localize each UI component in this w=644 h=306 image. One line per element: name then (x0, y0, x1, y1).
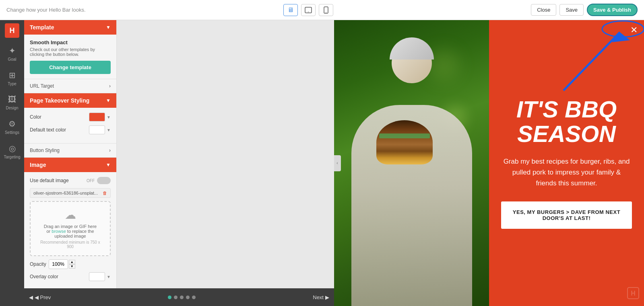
template-chevron-icon: ▼ (106, 25, 111, 30)
left-panel-wrapper: Template ▼ Smooth Impact Check out our o… (24, 20, 334, 306)
opacity-increment-btn[interactable]: ▲ (69, 260, 75, 264)
color-label: Color (30, 114, 41, 120)
bottom-nav: ◀ ◀ Prev Next ▶ (24, 288, 334, 306)
overlay-color-label: Overlay color (30, 274, 58, 279)
popup-title: IT'S BBQ SEASON (501, 97, 632, 146)
hands-area (376, 120, 441, 173)
template-section-header[interactable]: Template ▼ (24, 20, 116, 35)
upload-text: Drag an image or GIF here or browse to r… (37, 224, 103, 238)
dot-5[interactable] (192, 296, 196, 299)
lettuce-layer (379, 133, 430, 138)
topbar-actions: Close Save Save & Publish (531, 4, 638, 16)
drag-text: Drag an image or GIF here (44, 224, 97, 229)
collapse-chevron-icon: ‹ (336, 161, 338, 165)
svg-text:H: H (631, 290, 636, 297)
toggle-container: OFF (87, 177, 111, 184)
use-default-image-toggle[interactable] (97, 177, 111, 184)
sidebar-icons: H ✦ Goal ⊞ Type 🖼 Design ⚙ Settings ◎ Ta… (0, 20, 24, 306)
popup-preview: ✕ IT'S BBQ SEASON Grab my best recipes f… (334, 20, 644, 306)
popup-cta-button[interactable]: YES, MY BURGERS > DAVE FROM NEXT DOOR'S … (501, 201, 632, 229)
color-field-row: Color ▼ (30, 113, 111, 121)
image-upload-area[interactable]: ☁ Drag an image or GIF here or browse to… (30, 201, 111, 256)
color-swatch[interactable] (89, 113, 105, 121)
page-takeover-label: Page Takeover Styling (30, 97, 89, 104)
device-switcher: 🖥 (283, 4, 333, 16)
button-styling-row[interactable]: Button Styling › (24, 143, 116, 158)
recommended-size-text: Recommended minimum is 750 x 900 (37, 240, 103, 249)
close-button[interactable]: Close (531, 4, 556, 16)
file-name-label: oliver-sjostrom-636186-unsplat... (33, 191, 98, 195)
design-icon: 🖼 (8, 95, 16, 104)
save-button[interactable]: Save (559, 4, 584, 16)
tablet-device-btn[interactable] (301, 4, 316, 16)
sidebar-item-design[interactable]: 🖼 Design (1, 91, 23, 114)
opacity-label: Opacity (30, 261, 46, 267)
image-chevron-icon: ▼ (106, 162, 111, 168)
upload-cloud-icon: ☁ (37, 208, 103, 222)
type-icon: ⊞ (9, 70, 16, 80)
sidebar-label-goal: Goal (8, 57, 16, 62)
template-header-label: Template (30, 24, 54, 31)
browse-link[interactable]: browse (52, 229, 66, 234)
prev-arrow-icon: ◀ (29, 294, 33, 300)
sidebar-label-targeting: Targeting (4, 155, 20, 159)
button-styling-chevron-icon: › (109, 148, 111, 153)
popup-close-button[interactable]: ✕ (630, 25, 638, 35)
sidebar-label-design: Design (6, 106, 18, 110)
next-button[interactable]: Next ▶ (313, 294, 329, 300)
button-styling-label: Button Styling (30, 148, 60, 153)
burger-shape (376, 120, 433, 164)
preview-area: ‹ (334, 20, 644, 306)
overlay-color-chevron-icon: ▼ (107, 275, 111, 279)
sidebar-item-type[interactable]: ⊞ Type (1, 66, 23, 90)
dot-2[interactable] (174, 296, 178, 299)
popup-watermark: H (627, 287, 639, 301)
image-section-header[interactable]: Image ▼ (24, 158, 116, 172)
sidebar-label-type: Type (8, 82, 17, 86)
popup-image-half (334, 20, 489, 306)
mobile-device-btn[interactable] (319, 4, 333, 16)
dot-1[interactable] (168, 296, 171, 299)
file-name-row: oliver-sjostrom-636186-unsplat... 🗑 (30, 188, 111, 198)
svg-point-3 (326, 12, 326, 13)
dot-3[interactable] (180, 296, 184, 299)
overlay-color-row: Overlay color ▼ (30, 272, 111, 281)
smooth-impact-desc: Check out our other templates by clickin… (30, 47, 111, 57)
desktop-device-btn[interactable]: 🖥 (283, 4, 298, 16)
main-layout: H ✦ Goal ⊞ Type 🖼 Design ⚙ Settings ◎ Ta… (0, 20, 644, 306)
default-text-color-row: Default text color ▼ (30, 125, 111, 134)
save-publish-button[interactable]: Save & Publish (587, 4, 638, 16)
or-text: or (46, 229, 50, 234)
text-color-swatch[interactable] (89, 125, 105, 134)
prev-button[interactable]: ◀ ◀ Prev (29, 294, 51, 300)
image-section-content: Use default image OFF oliver-sjostrom-63… (24, 172, 116, 288)
url-target-row[interactable]: URL Target › (24, 79, 116, 93)
sidebar-label-settings: Settings (5, 130, 19, 135)
sidebar-item-targeting[interactable]: ◎ Targeting (1, 140, 23, 163)
text-color-dropdown-icon: ▼ (107, 128, 111, 132)
overlay-color-swatch[interactable] (89, 272, 105, 281)
dot-4[interactable] (186, 296, 190, 299)
opacity-decrement-btn[interactable]: ▼ (69, 264, 75, 269)
opacity-stepper[interactable]: ▲ ▼ (69, 260, 75, 269)
url-target-label: URL Target (30, 83, 54, 89)
sidebar-item-settings[interactable]: ⚙ Settings (1, 115, 23, 139)
use-default-image-row: Use default image OFF (30, 177, 111, 184)
next-label: Next (313, 294, 324, 300)
sidebar-item-goal[interactable]: ✦ Goal (1, 42, 23, 66)
page-takeover-content: Color ▼ Default text color ▼ (24, 108, 116, 143)
change-template-button[interactable]: Change template (30, 61, 111, 74)
page-takeover-chevron-icon: ▼ (106, 98, 111, 103)
svg-point-1 (308, 11, 309, 12)
smooth-impact-title: Smooth Impact (30, 39, 111, 45)
page-takeover-section-header[interactable]: Page Takeover Styling ▼ (24, 93, 116, 108)
prev-label: ◀ Prev (35, 294, 51, 300)
collapse-panel-arrow[interactable]: ‹ (334, 155, 341, 171)
use-default-image-label: Use default image (30, 178, 69, 183)
template-section-content: Smooth Impact Check out our other templa… (24, 35, 116, 79)
settings-icon: ⚙ (8, 119, 16, 129)
delete-file-icon[interactable]: 🗑 (103, 191, 107, 195)
topbar: Change how your Hello Bar looks. 🖥 Close… (0, 0, 644, 20)
default-text-color-label: Default text color (30, 127, 66, 133)
opacity-input[interactable] (49, 259, 68, 269)
